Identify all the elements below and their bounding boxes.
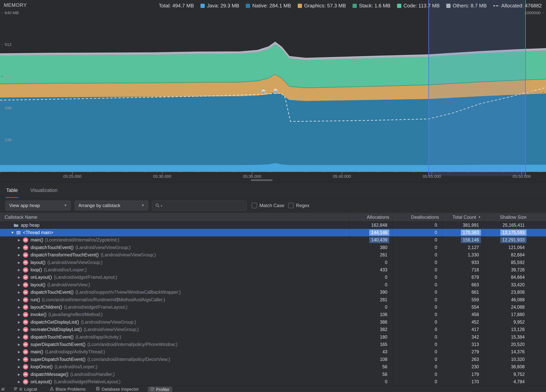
cell-value: 140,439: [369, 237, 389, 243]
table-row[interactable]: ▶mdispatchTouchEvent()(Landroid/app/Acti…: [0, 333, 546, 341]
expand-arrow-icon[interactable]: ▶: [15, 283, 23, 287]
expand-arrow-icon[interactable]: ▶: [15, 253, 23, 257]
cell-value: 0: [433, 245, 439, 251]
arrange-select-value: Arrange by callstack: [78, 203, 120, 208]
method-icon: m: [23, 245, 28, 250]
expand-arrow-icon[interactable]: ▶: [15, 335, 23, 339]
expand-arrow-icon[interactable]: ▶: [15, 320, 23, 324]
expand-arrow-icon[interactable]: ▶: [15, 328, 23, 331]
table-row[interactable]: ▶mlayout()(Landroid/view/View;)0066333,4…: [0, 281, 546, 288]
callstack-name: recreateChildDisplayList(): [31, 327, 82, 332]
expand-arrow-icon[interactable]: ▶: [15, 373, 23, 376]
expand-arrow-icon[interactable]: ▶: [15, 365, 23, 369]
callstack-class: (Lcom/android/internal/os/RuntimeInit$Me…: [42, 297, 165, 303]
expand-arrow-icon[interactable]: ▶: [15, 350, 23, 354]
table-row[interactable]: ▶mloop()(Landroid/os/Looper;)433071839,7…: [0, 266, 546, 273]
cell-shallow-size: 15,384: [484, 333, 546, 341]
tool-window-button-6-logcat[interactable]: 6: Logcat: [13, 386, 37, 392]
cell-shallow-size: 9,952: [484, 318, 546, 326]
time-axis-label: 05:40.000: [333, 174, 351, 179]
callstack-class: (Landroid/view/ViewGroup;): [84, 327, 139, 332]
expand-arrow-icon[interactable]: ▶: [15, 238, 23, 242]
column-header-shallow[interactable]: Shallow Size: [484, 213, 546, 221]
search-options-caret-icon[interactable]: ▾: [161, 204, 162, 208]
column-header-callstack-name[interactable]: Callstack Name: [0, 213, 349, 221]
table-row[interactable]: ▶mloopOnce()(Landroid/os/Looper;)5602303…: [0, 363, 546, 370]
table-row[interactable]: ▶msuperDispatchTouchEvent()(Lcom/android…: [0, 356, 546, 363]
cell-deallocations: 0: [393, 356, 442, 363]
timeline-scrollbar[interactable]: [251, 179, 273, 181]
method-icon: m: [23, 349, 28, 354]
table-row[interactable]: ▶mdispatchTransformedTouchEvent()(Landro…: [0, 251, 546, 259]
column-header-total[interactable]: Total Count▼: [442, 213, 484, 221]
table-row[interactable]: ▶mdispatchTouchEvent()(Landroid/support/…: [0, 289, 546, 296]
cell-value: 933: [470, 259, 481, 266]
expand-arrow-icon[interactable]: ▶: [15, 343, 23, 346]
table-row[interactable]: ▶mdispatchGetDisplayList()(Landroid/view…: [0, 318, 546, 326]
table-row[interactable]: ▶msuperDispatchTouchEvent()(Lcom/android…: [0, 341, 546, 348]
cell-total-count: 342: [442, 333, 484, 341]
cell-deallocations: 0: [393, 303, 442, 311]
cell-allocations: 380: [349, 244, 393, 251]
cell-total-count: 679: [442, 274, 484, 281]
gc-event-icon: [273, 89, 278, 94]
timeline-selection[interactable]: [428, 0, 526, 176]
callstack-name-cell: ▶mlayoutChildren()(Landroid/widget/Frame…: [0, 303, 349, 311]
table-row[interactable]: ▶minvoke()(Ljava/lang/reflect/Method;)10…: [0, 311, 546, 318]
method-icon: m: [23, 237, 28, 243]
cell-total-count: 170: [442, 378, 484, 386]
expand-arrow-icon[interactable]: ▶: [15, 358, 23, 361]
cell-shallow-size: 14,376: [484, 348, 546, 356]
time-axis-label: 05:45.000: [423, 174, 441, 179]
table-row[interactable]: ▶monLayout()(Landroid/widget/RelativeLay…: [0, 378, 546, 386]
method-icon: m: [23, 335, 28, 340]
tool-window-button-blaze-problems[interactable]: Blaze Problems: [50, 386, 85, 392]
expand-arrow-icon[interactable]: ▶: [15, 261, 23, 264]
tool-window-partial-label[interactable]: al: [1, 386, 5, 392]
tab-visualization[interactable]: Visualization: [30, 183, 58, 198]
expand-arrow-icon[interactable]: ▶: [15, 305, 23, 309]
expand-arrow-icon[interactable]: ▶: [15, 246, 23, 249]
table-row[interactable]: ▶mdispatchMessage()(Landroid/os/Handler;…: [0, 371, 546, 378]
table-row[interactable]: ▶monLayout()(Landroid/widget/FrameLayout…: [0, 274, 546, 281]
search-input[interactable]: [163, 203, 244, 208]
table-row[interactable]: ▶mdispatchTouchEvent()(Landroid/view/Vie…: [0, 244, 546, 251]
tool-window-button-database-inspector[interactable]: Database Inspector: [96, 386, 139, 392]
table-row[interactable]: ▶mmain()(Landroid/app/ActivityThread;)43…: [0, 348, 546, 356]
expand-arrow-icon[interactable]: ▶: [15, 268, 23, 272]
callstack-class: (Landroid/widget/RelativeLayout;): [54, 379, 121, 384]
cell-total-count: 458: [442, 311, 484, 318]
table-row[interactable]: ▶mrecreateChildDisplayList()(Landroid/vi…: [0, 326, 546, 333]
memory-timeline[interactable]: MEMORY Total: 494.7 MBJava: 29.3 MBNativ…: [0, 0, 546, 183]
search-box[interactable]: ▾: [152, 201, 247, 210]
arrange-select[interactable]: Arrange by callstack ▼: [75, 201, 148, 210]
cell-value: 180: [378, 334, 389, 340]
cell-deallocations: 0: [393, 318, 442, 326]
tab-table[interactable]: Table: [6, 183, 19, 198]
cell-total-count: 263: [442, 356, 484, 363]
table-row[interactable]: ▶mlayout()(Landroid/view/ViewGroup;)0093…: [0, 259, 546, 266]
tool-window-button-profiler[interactable]: Profiler: [148, 386, 172, 392]
column-header-dealloc[interactable]: Deallocations: [393, 213, 442, 221]
collapse-arrow-icon[interactable]: ▼: [9, 231, 16, 234]
match-case-checkbox[interactable]: [252, 203, 257, 208]
expand-arrow-icon[interactable]: ▶: [15, 313, 23, 316]
expand-arrow-icon[interactable]: ▶: [15, 298, 23, 302]
expand-arrow-icon[interactable]: ▶: [15, 291, 23, 294]
table-row[interactable]: ▶mlayoutChildren()(Landroid/widget/Frame…: [0, 303, 546, 311]
regex-checkbox[interactable]: [288, 203, 294, 208]
cell-value: 417: [470, 327, 481, 333]
cell-value: 718: [470, 267, 481, 273]
table-row[interactable]: ▶mrun()(Lcom/android/internal/os/Runtime…: [0, 296, 546, 303]
table-row[interactable]: ▶mmain()(Lcom/android/internal/os/Zygote…: [0, 236, 546, 244]
cell-deallocations: 0: [393, 281, 442, 288]
cell-deallocations: 0: [393, 266, 442, 273]
expand-arrow-icon[interactable]: ▶: [15, 275, 23, 279]
callstack-name: run(): [31, 297, 40, 303]
heap-select[interactable]: View app heap ▼: [6, 201, 71, 210]
column-header-alloc[interactable]: Allocations: [349, 213, 393, 221]
callstack-class: (Landroid/view/ViewGroup;): [47, 260, 103, 265]
table-row[interactable]: app heap162,8480381,99125,165,411: [0, 221, 546, 229]
table-row[interactable]: ▼<Thread main>144,1460170,36313,175,593: [0, 229, 546, 236]
expand-arrow-icon[interactable]: ▶: [15, 380, 23, 384]
